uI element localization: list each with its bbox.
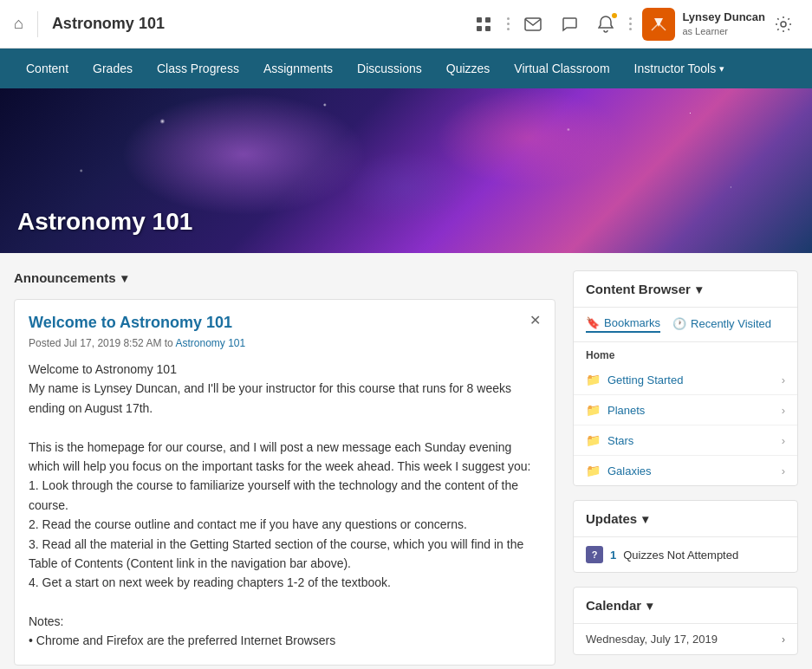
topbar-left: ⌂ Astronomy 101 [14,11,467,37]
updates-title: Updates [586,511,637,526]
home-icon[interactable]: ⌂ [14,15,23,33]
navbar: Content Grades Class Progress Assignment… [0,49,812,88]
updates-header: Updates ▾ [574,501,797,537]
chat-icon[interactable] [553,8,586,41]
content-browser-title: Content Browser [586,282,691,296]
calendar-date: Wednesday, July 17, 2019 [586,633,718,646]
notifications-icon[interactable] [589,8,622,41]
user-info: Lynsey Duncan as Learner [682,10,765,37]
content-browser-title-area: Content Browser ▾ [586,282,702,296]
main-content: Announcements ▾ Welcome to Astronomy 101… [0,253,812,669]
topbar: ⌂ Astronomy 101 [0,0,812,49]
right-column: Content Browser ▾ 🔖 Bookmarks 🕐 Recently… [573,270,798,666]
content-browser-section-label: Home [574,342,797,365]
announcement-card: Welcome to Astronomy 101 ✕ Posted Jul 17… [14,299,555,666]
apps-icon[interactable] [467,8,500,41]
content-item-getting-started[interactable]: 📁 Getting Started › [574,365,797,395]
calendar-widget: Calendar ▾ Wednesday, July 17, 2019 › [573,587,798,655]
tab-bookmarks[interactable]: 🔖 Bookmarks [586,316,660,333]
calendar-header: Calendar ▾ [574,588,797,624]
nav-grades[interactable]: Grades [81,49,145,88]
announcement-close[interactable]: ✕ [529,314,541,328]
avatar [642,8,675,41]
updates-toggle[interactable]: ▾ [642,512,648,526]
announcement-title: Welcome to Astronomy 101 [29,314,232,332]
nav-discussions[interactable]: Discussions [345,49,434,88]
svg-point-5 [781,22,786,27]
svg-rect-4 [525,18,541,30]
folder-icon-stars: 📁 [586,433,601,447]
chevron-right-getting-started: › [782,373,785,386]
update-quizzes: ? 1 Quizzes Not Attempted [586,546,785,563]
hero-title: Astronomy 101 [17,208,192,236]
nav-instructor-tools[interactable]: Instructor Tools ▾ [622,49,737,88]
content-browser-tabs: 🔖 Bookmarks 🕐 Recently Visited [574,308,797,342]
nav-virtual-classroom[interactable]: Virtual Classroom [502,49,621,88]
user-menu[interactable]: Lynsey Duncan as Learner [642,8,765,41]
calendar-toggle[interactable]: ▾ [646,599,653,613]
hero-banner: Astronomy 101 [0,88,812,253]
content-browser-widget: Content Browser ▾ 🔖 Bookmarks 🕐 Recently… [573,270,798,486]
svg-rect-3 [485,26,490,31]
announcement-body: Welcome to Astronomy 101 My name is Lyns… [29,360,541,651]
user-name: Lynsey Duncan [682,10,765,25]
mail-icon[interactable] [516,8,549,41]
content-browser-header: Content Browser ▾ [574,271,797,308]
nav-class-progress[interactable]: Class Progress [145,49,251,88]
topbar-dots-1 [503,17,513,30]
svg-rect-0 [477,17,482,23]
svg-rect-2 [477,26,482,31]
quiz-icon: ? [586,546,603,563]
folder-icon-galaxies: 📁 [586,464,601,477]
topbar-dots-2 [626,17,635,30]
calendar-nav-arrow[interactable]: › [782,633,785,646]
calendar-content: Wednesday, July 17, 2019 › [574,624,797,654]
notification-badge [610,11,619,20]
user-role: as Learner [682,25,765,37]
bookmark-icon: 🔖 [586,316,600,329]
nav-assignments[interactable]: Assignments [251,49,345,88]
calendar-title: Calendar [586,598,641,613]
chevron-right-stars: › [782,434,785,447]
left-column: Announcements ▾ Welcome to Astronomy 101… [14,270,555,666]
svg-rect-1 [485,17,490,23]
announcements-label: Announcements [14,270,116,285]
quizzes-label: Quizzes Not Attempted [623,549,738,562]
nav-quizzes[interactable]: Quizzes [434,49,503,88]
chevron-right-galaxies: › [782,464,785,477]
topbar-right: Lynsey Duncan as Learner [467,8,798,41]
topbar-divider [37,11,38,37]
updates-widget: Updates ▾ ? 1 Quizzes Not Attempted [573,500,798,573]
content-item-stars[interactable]: 📁 Stars › [574,425,797,456]
nav-content[interactable]: Content [14,49,81,88]
page-title: Astronomy 101 [52,15,165,33]
announcement-course-link[interactable]: Astronomy 101 [175,337,245,349]
clock-icon: 🕐 [672,317,686,330]
content-browser-toggle[interactable]: ▾ [696,283,702,296]
folder-icon-planets: 📁 [586,403,601,417]
quizzes-count: 1 [610,549,616,562]
instructor-tools-chevron: ▾ [719,63,724,75]
tab-recently-visited[interactable]: 🕐 Recently Visited [672,316,771,333]
content-item-galaxies[interactable]: 📁 Galaxies › [574,456,797,485]
folder-icon-getting-started: 📁 [586,373,601,386]
announcements-header: Announcements ▾ [14,270,555,285]
updates-content: ? 1 Quizzes Not Attempted [574,537,797,572]
chevron-right-planets: › [782,404,785,417]
announcement-title-row: Welcome to Astronomy 101 ✕ [29,314,541,332]
announcements-toggle[interactable]: ▾ [121,271,127,285]
content-item-planets[interactable]: 📁 Planets › [574,395,797,425]
announcement-meta: Posted Jul 17, 2019 8:52 AM to Astronomy… [29,337,541,349]
settings-icon[interactable] [769,10,798,39]
